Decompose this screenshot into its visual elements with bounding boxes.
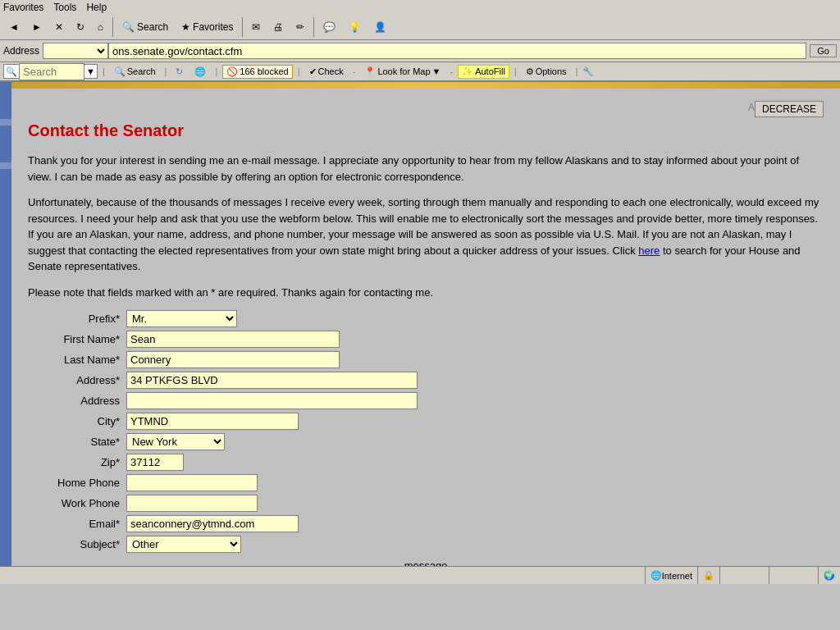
work-phone-row: Work Phone: [28, 495, 824, 512]
work-phone-label: Work Phone: [28, 497, 126, 509]
first-name-input[interactable]: [126, 331, 340, 348]
left-sidebar: [0, 82, 11, 566]
address-label: Address: [3, 45, 39, 57]
here-link[interactable]: here: [638, 244, 660, 257]
refresh-plugin-btn[interactable]: ↻: [171, 65, 187, 79]
messenger-button[interactable]: 👤: [368, 19, 392, 35]
toolbar-separator3: [313, 17, 314, 37]
page-wrapper: DECREASE A Contact the Senator Thank you…: [0, 82, 840, 566]
message-container: message I recently had a problem with th…: [28, 559, 824, 566]
decrease-button[interactable]: DECREASE: [755, 101, 824, 117]
globe-btn[interactable]: 🌐: [190, 65, 210, 79]
zip-row: Zip*: [28, 454, 824, 471]
map-label: Look for Map: [377, 66, 430, 76]
map-icon: 📍: [364, 66, 376, 77]
lock-icon: 🔒: [703, 570, 714, 581]
address1-input[interactable]: [126, 372, 418, 389]
sidebar-mid1: [0, 119, 11, 126]
subject-field: Other Agriculture Budget Defense Educati…: [126, 536, 241, 553]
sidebar-bottom: [0, 169, 11, 566]
menu-help[interactable]: Help: [86, 2, 107, 13]
email-input[interactable]: [126, 515, 299, 532]
prefix-field: Mr. Mrs. Ms. Dr.: [126, 310, 237, 327]
back-button[interactable]: ◄: [3, 19, 25, 35]
edit-button[interactable]: ✏: [290, 19, 310, 35]
menu-favorites[interactable]: Favorites: [3, 2, 43, 13]
star-icon: ★: [181, 21, 190, 33]
map-dropdown-icon: ▼: [432, 66, 441, 76]
address2-input[interactable]: [126, 392, 418, 409]
options-label: Options: [536, 66, 567, 76]
plugin-separator3: |: [215, 66, 217, 76]
status-padlock: 🔒: [698, 567, 720, 584]
print-button[interactable]: 🖨: [267, 19, 289, 35]
stop-button[interactable]: ✕: [49, 19, 69, 35]
content-area: DECREASE A Contact the Senator Thank you…: [11, 82, 840, 566]
subject-select[interactable]: Other Agriculture Budget Defense Educati…: [126, 536, 241, 553]
message-label: message: [28, 559, 824, 566]
mail-button[interactable]: ✉: [246, 19, 266, 35]
prefix-row: Prefix* Mr. Mrs. Ms. Dr.: [28, 310, 824, 327]
menu-tools[interactable]: Tools: [53, 2, 76, 13]
search-small-icon: 🔍: [4, 66, 19, 77]
city-input[interactable]: [126, 413, 299, 430]
status-zone: 🌐 Internet: [646, 567, 698, 584]
options-btn[interactable]: ⚙ Options: [522, 65, 571, 79]
stop-icon: ✕: [55, 21, 63, 33]
forward-icon: ►: [32, 21, 42, 33]
plugin-separator2: |: [165, 66, 167, 76]
plugin-separator1: |: [103, 66, 105, 76]
research-icon: 💡: [349, 21, 361, 33]
look-for-map-btn[interactable]: 📍 Look for Map ▼: [360, 65, 445, 79]
refresh-icon: ↻: [76, 21, 84, 33]
search-input[interactable]: [19, 63, 84, 80]
home-phone-field: [126, 474, 258, 491]
zip-input[interactable]: [126, 454, 184, 471]
refresh-button[interactable]: ↻: [71, 19, 90, 35]
refresh-plugin-icon: ↻: [176, 66, 183, 77]
address1-row: Address*: [28, 372, 824, 389]
search-box[interactable]: 🔍 ▼: [3, 64, 98, 79]
contact-form: Prefix* Mr. Mrs. Ms. Dr. First Name*: [28, 310, 824, 566]
page-inner: DECREASE A Contact the Senator Thank you…: [11, 89, 840, 566]
work-phone-input[interactable]: [126, 495, 258, 512]
address-dropdown[interactable]: [43, 43, 108, 59]
address2-row: Address: [28, 392, 824, 409]
home-phone-input[interactable]: [126, 474, 258, 491]
status-main: [3, 567, 646, 584]
zone-text: Internet: [662, 571, 692, 581]
home-phone-row: Home Phone: [28, 474, 824, 491]
plugin-separator8: |: [576, 66, 578, 76]
discuss-button[interactable]: 💬: [317, 19, 341, 35]
first-name-row: First Name*: [28, 331, 824, 348]
ie-search-icon: 🔍: [114, 66, 126, 77]
autofill-btn[interactable]: ✨ AutoFill: [458, 65, 509, 79]
home-button[interactable]: ⌂: [92, 19, 109, 35]
search-dropdown-icon[interactable]: ▼: [84, 66, 97, 76]
search-icon: 🔍: [122, 21, 135, 33]
status-section4: [720, 567, 769, 584]
home-phone-label: Home Phone: [28, 477, 126, 489]
prefix-select[interactable]: Mr. Mrs. Ms. Dr.: [126, 310, 237, 327]
zip-field: [126, 454, 184, 471]
state-select[interactable]: Alabama Alaska Arizona Arkansas Californ…: [126, 433, 225, 450]
research-button[interactable]: 💡: [343, 19, 367, 35]
page-title: Contact the Senator: [28, 121, 824, 140]
search-button[interactable]: 🔍 Search: [116, 19, 174, 35]
check-icon: ✔: [309, 66, 317, 77]
check-btn[interactable]: ✔ Check: [305, 65, 348, 79]
ie-search-btn[interactable]: 🔍 Search: [110, 65, 160, 79]
status-section5: [769, 567, 819, 584]
globe-icon: 🌐: [194, 66, 206, 77]
address1-label: Address*: [28, 374, 126, 386]
go-button[interactable]: Go: [810, 44, 837, 57]
search-label: Search: [137, 21, 168, 33]
forward-button[interactable]: ►: [26, 19, 48, 35]
favorites-button[interactable]: ★ Favorites: [176, 19, 239, 35]
plugin-bar: 🔍 ▼ | 🔍 Search | ↻ 🌐 | 🚫 166 blocked | ✔…: [0, 62, 840, 81]
menu-bar: Favorites Tools Help: [0, 0, 840, 15]
last-name-input[interactable]: [126, 351, 340, 368]
blocked-label: 166 blocked: [240, 66, 288, 76]
blocked-btn[interactable]: 🚫 166 blocked: [222, 65, 292, 79]
address-input[interactable]: [108, 43, 806, 59]
